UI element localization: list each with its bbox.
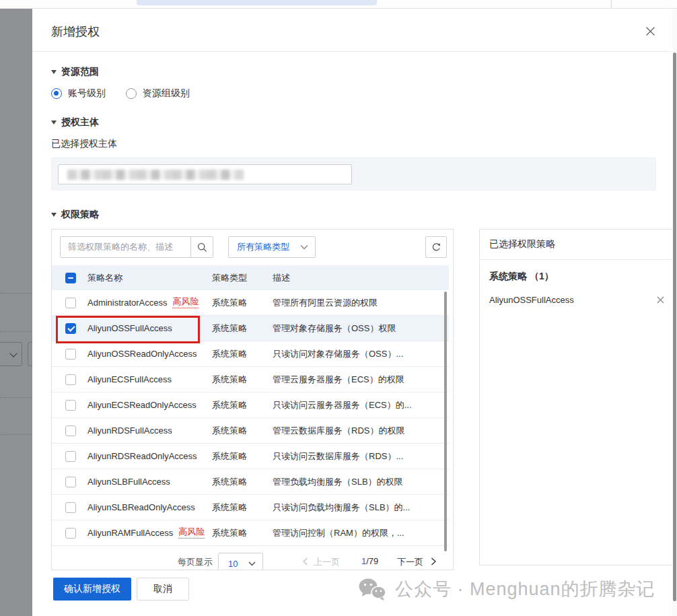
section-policy[interactable]: 权限策略 bbox=[51, 209, 99, 221]
confirm-button[interactable]: 确认新增授权 bbox=[53, 578, 131, 601]
modal-overlay-mask bbox=[0, 9, 32, 616]
wechat-icon bbox=[357, 577, 387, 601]
policy-name-cell: AliyunOSSReadOnlyAccess bbox=[83, 349, 212, 359]
policy-name: AliyunECSReadOnlyAccess bbox=[87, 400, 197, 410]
policy-name-cell: AliyunOSSFullAccess bbox=[83, 323, 212, 333]
collapse-triangle-icon bbox=[51, 121, 57, 125]
row-checkbox[interactable] bbox=[65, 400, 76, 411]
chevron-down-icon bbox=[9, 349, 17, 357]
table-row[interactable]: AdministratorAccess 高风险 系统策略 管理所有阿里云资源的权… bbox=[52, 290, 449, 316]
page-size-select[interactable]: 10 bbox=[218, 553, 263, 570]
policy-desc-cell: 只读访问云数据库服务（RDS）... bbox=[273, 450, 449, 463]
remove-item-icon[interactable] bbox=[655, 296, 665, 305]
policy-name-cell: AliyunSLBReadOnlyAccess bbox=[83, 502, 212, 512]
table-row[interactable]: AliyunOSSFullAccess 系统策略 管理对象存储服务（OSS）权限 bbox=[52, 316, 449, 341]
policy-name-cell: AliyunECSFullAccess bbox=[83, 374, 212, 384]
select-all-checkbox[interactable] bbox=[65, 273, 76, 283]
table-row[interactable]: AliyunOSSReadOnlyAccess 系统策略 只读访问对象存储服务（… bbox=[52, 341, 449, 367]
column-policy-name: 策略名称 bbox=[83, 272, 212, 284]
refresh-button[interactable] bbox=[425, 236, 447, 258]
background-dotted-line bbox=[0, 434, 32, 435]
table-row[interactable]: AliyunECSFullAccess 系统策略 管理云服务器服务（ECS）的权… bbox=[52, 367, 449, 392]
column-description: 描述 bbox=[273, 272, 449, 284]
table-row[interactable]: AliyunSLBReadOnlyAccess 系统策略 只读访问负载均衡服务（… bbox=[52, 495, 449, 520]
page-scrollbar-thumb[interactable] bbox=[673, 53, 676, 601]
row-checkbox[interactable] bbox=[65, 451, 76, 462]
radio-label: 账号级别 bbox=[68, 88, 106, 100]
policy-search-input[interactable]: 筛选权限策略的名称、描述 bbox=[60, 236, 213, 258]
table-scrollbar[interactable] bbox=[444, 292, 447, 551]
watermark: 公众号 · Menghuan的折腾杂记 bbox=[357, 577, 655, 601]
section-resource-scope[interactable]: 资源范围 bbox=[51, 66, 99, 78]
selected-items: AliyunOSSFullAccess bbox=[480, 291, 674, 309]
row-checkbox[interactable] bbox=[65, 477, 76, 487]
background-search-bar bbox=[137, 0, 377, 5]
row-checkbox[interactable] bbox=[65, 298, 76, 308]
policy-name: AliyunECSFullAccess bbox=[87, 374, 172, 384]
principal-panel bbox=[51, 158, 656, 191]
next-page-chevron-icon[interactable] bbox=[431, 557, 437, 566]
table-row[interactable]: AliyunRDSReadOnlyAccess 系统策略 只读访问云数据库服务（… bbox=[52, 444, 449, 469]
policy-rows: AdministratorAccess 高风险 系统策略 管理所有阿里云资源的权… bbox=[52, 290, 449, 546]
chevron-down-icon bbox=[300, 244, 308, 250]
row-checkbox[interactable] bbox=[65, 528, 76, 539]
policy-name-cell: AliyunRDSReadOnlyAccess bbox=[83, 451, 212, 461]
selected-policy-item: AliyunOSSFullAccess bbox=[480, 291, 674, 309]
next-page-button[interactable]: 下一页 bbox=[397, 556, 423, 568]
column-policy-type: 策略类型 bbox=[212, 272, 273, 284]
cancel-button[interactable]: 取消 bbox=[137, 578, 189, 601]
table-row[interactable]: AliyunRAMFullAccess 高风险 系统策略 管理访问控制（RAM）… bbox=[52, 520, 449, 546]
policy-desc-cell: 只读访问对象存储服务（OSS）... bbox=[273, 348, 449, 360]
policy-type-select[interactable]: 所有策略类型 bbox=[228, 236, 316, 258]
policy-name: AliyunRAMFullAccess bbox=[87, 528, 173, 538]
page-size-label: 每页显示 bbox=[178, 556, 213, 568]
add-authorization-dialog: 新增授权 资源范围 账号级别 资源组级别 授权主体 已选择授权主体 权限策略 bbox=[32, 9, 677, 616]
refresh-icon bbox=[431, 242, 441, 252]
background-divider bbox=[611, 0, 612, 8]
table-row[interactable]: AliyunECSReadOnlyAccess 系统策略 只读访问云服务器服务（… bbox=[52, 392, 449, 418]
policy-name-cell: AliyunECSReadOnlyAccess bbox=[83, 400, 212, 410]
policy-type-cell: 系统策略 bbox=[212, 399, 273, 411]
radio-account-level[interactable]: 账号级别 bbox=[51, 88, 106, 100]
background-dotted-line bbox=[0, 397, 32, 398]
section-principal[interactable]: 授权主体 bbox=[51, 116, 99, 129]
radio-resource-group-level[interactable]: 资源组级别 bbox=[126, 88, 190, 100]
page-indicator: 1/79 bbox=[361, 556, 378, 566]
policy-desc-cell: 只读访问负载均衡服务（SLB）的... bbox=[273, 502, 449, 514]
risk-badge: 高风险 bbox=[178, 527, 205, 539]
dialog-header: 新增授权 bbox=[32, 9, 677, 52]
policy-type-cell: 系统策略 bbox=[212, 348, 273, 360]
collapse-triangle-icon bbox=[51, 213, 57, 217]
policy-name: AdministratorAccess bbox=[87, 298, 167, 308]
section-label: 权限策略 bbox=[61, 209, 99, 221]
prev-page-button[interactable]: 上一页 bbox=[314, 556, 340, 568]
policy-desc-cell: 管理对象存储服务（OSS）权限 bbox=[273, 322, 449, 335]
principal-input[interactable] bbox=[58, 164, 352, 184]
row-checkbox[interactable] bbox=[65, 323, 76, 334]
row-checkbox[interactable] bbox=[65, 425, 76, 436]
table-row[interactable]: AliyunSLBFullAccess 系统策略 管理负载均衡服务（SLB）的权… bbox=[52, 469, 449, 495]
policy-type-cell: 系统策略 bbox=[212, 297, 273, 309]
policy-type-cell: 系统策略 bbox=[212, 502, 273, 514]
policy-desc-cell: 管理访问控制（RAM）的权限，... bbox=[273, 527, 449, 539]
policy-type-cell: 系统策略 bbox=[212, 425, 273, 437]
selected-policies-panel: 已选择权限策略 系统策略 （1） AliyunOSSFullAccess bbox=[479, 229, 675, 566]
section-label: 资源范围 bbox=[61, 66, 99, 78]
close-icon[interactable] bbox=[643, 24, 657, 38]
row-checkbox[interactable] bbox=[65, 502, 76, 513]
radio-unselected-icon bbox=[126, 88, 137, 99]
table-row[interactable]: AliyunRDSFullAccess 系统策略 管理云数据库服务（RDS）的权… bbox=[52, 418, 449, 444]
policy-desc-cell: 管理负载均衡服务（SLB）的权限 bbox=[273, 476, 449, 488]
row-checkbox[interactable] bbox=[65, 374, 76, 385]
policy-type-cell: 系统策略 bbox=[212, 450, 273, 463]
selected-principal-label: 已选择授权主体 bbox=[51, 138, 117, 150]
background-page-top bbox=[0, 0, 677, 9]
policy-desc-cell: 只读访问云服务器服务（ECS）的... bbox=[273, 399, 449, 411]
selected-policy-name: AliyunOSSFullAccess bbox=[489, 295, 574, 305]
search-icon[interactable] bbox=[191, 242, 213, 252]
row-checkbox[interactable] bbox=[65, 349, 76, 360]
principal-value-redacted bbox=[67, 170, 244, 180]
policy-name-cell: AliyunRAMFullAccess 高风险 bbox=[83, 527, 212, 539]
policy-type-cell: 系统策略 bbox=[212, 476, 273, 488]
policy-name: AliyunSLBFullAccess bbox=[87, 477, 170, 487]
